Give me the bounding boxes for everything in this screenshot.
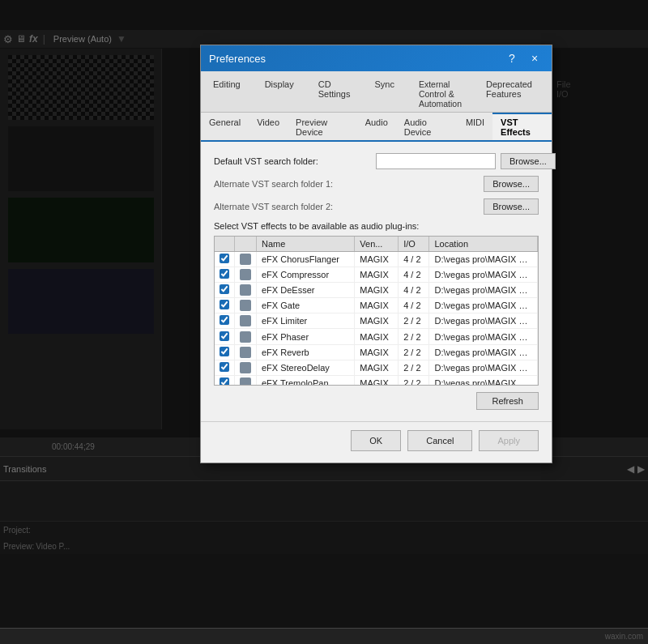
tab-audio[interactable]: Audio <box>357 114 396 140</box>
table-row: eFX Compressor MAGIX 4 / 2 D:\vegas pro\… <box>215 267 538 283</box>
row-icon-cell <box>235 298 257 313</box>
plugin-checkbox[interactable] <box>220 254 229 263</box>
table-row: eFX StereoDelay MAGIX 2 / 2 D:\vegas pro… <box>215 360 538 375</box>
titlebar-controls: ? × <box>503 49 544 67</box>
help-button[interactable]: ? <box>503 49 521 67</box>
vst-folder-row: Default VST search folder: Browse... <box>214 153 539 169</box>
row-vendor: MAGIX <box>355 344 399 360</box>
table-row: eFX Reverb MAGIX 2 / 2 D:\vegas pro\MAGI… <box>215 344 538 360</box>
col-location: Location <box>429 237 538 252</box>
vst-alt-folder2-label: Alternate VST search folder 2: <box>214 202 376 211</box>
tab-audio-device[interactable]: Audio Device <box>396 114 458 140</box>
table-row: eFX TremoloPan MAGIX 2 / 2 D:\vegas pro\… <box>215 375 538 386</box>
dialog-content: Default VST search folder: Browse... Alt… <box>201 142 552 421</box>
plugin-icon <box>240 362 251 373</box>
plugin-checkbox[interactable] <box>220 284 229 294</box>
col-icon <box>235 237 257 252</box>
row-checkbox-cell[interactable] <box>215 267 235 283</box>
row-checkbox-cell[interactable] <box>215 283 235 298</box>
apply-button[interactable]: Apply <box>479 430 539 451</box>
table-row: eFX Limiter MAGIX 2 / 2 D:\vegas pro\MAG… <box>215 313 538 329</box>
row-io: 2 / 2 <box>399 329 429 344</box>
plugin-table: Name Ven... I/O Location eFX ChorusFlang… <box>215 237 538 386</box>
row-io: 2 / 2 <box>399 313 429 329</box>
tab-general[interactable]: General <box>201 114 249 140</box>
preferences-dialog: Preferences ? × Editing Display CD Setti… <box>200 45 552 463</box>
row-name: eFX StereoDelay <box>257 360 355 375</box>
tabs-row1: Editing Display CD Settings Sync Externa… <box>201 71 552 113</box>
tab-display[interactable]: Display <box>253 75 306 113</box>
row-checkbox-cell[interactable] <box>215 375 235 386</box>
tab-external-control[interactable]: External Control & Automation <box>407 75 474 113</box>
table-header-row: Name Ven... I/O Location <box>215 237 538 252</box>
row-icon-cell <box>235 375 257 386</box>
row-icon-cell <box>235 329 257 344</box>
row-checkbox-cell[interactable] <box>215 298 235 313</box>
vst-folder-input[interactable] <box>376 153 496 169</box>
plugin-table-container[interactable]: Name Ven... I/O Location eFX ChorusFlang… <box>214 236 539 386</box>
plugin-icon <box>240 331 251 343</box>
plugin-icon <box>240 254 251 265</box>
dialog-title: Preferences <box>209 53 266 65</box>
titlebar-left: Preferences <box>209 53 266 65</box>
tab-editing[interactable]: Editing <box>201 75 253 113</box>
tab-file-io[interactable]: File I/O <box>544 75 583 113</box>
row-icon-cell <box>235 344 257 360</box>
row-icon-cell <box>235 313 257 329</box>
plugin-checkbox[interactable] <box>220 347 229 356</box>
row-checkbox-cell[interactable] <box>215 313 235 329</box>
row-location: D:\vegas pro\MAGIX Plugins\es <box>429 360 538 375</box>
col-checkbox <box>215 237 235 252</box>
row-vendor: MAGIX <box>355 267 399 283</box>
ok-button[interactable]: OK <box>351 430 401 451</box>
row-checkbox-cell[interactable] <box>215 360 235 375</box>
vst-alt-folder2-row: Alternate VST search folder 2: Browse... <box>214 198 539 215</box>
refresh-area: Refresh <box>214 392 539 410</box>
row-icon-cell <box>235 252 257 267</box>
row-name: eFX Gate <box>257 298 355 313</box>
row-location: D:\vegas pro\MAGIX Plugins\es <box>429 267 538 283</box>
row-name: eFX Reverb <box>257 344 355 360</box>
vst-alt-folder2-browse-button[interactable]: Browse... <box>484 198 539 215</box>
tab-sync[interactable]: Sync <box>362 75 406 113</box>
row-name: eFX Compressor <box>257 267 355 283</box>
row-checkbox-cell[interactable] <box>215 329 235 344</box>
plugin-checkbox[interactable] <box>220 269 229 279</box>
vst-folder-browse-button[interactable]: Browse... <box>501 153 556 169</box>
plugin-checkbox[interactable] <box>220 377 229 386</box>
row-vendor: MAGIX <box>355 375 399 386</box>
row-name: eFX TremoloPan <box>257 375 355 386</box>
row-vendor: MAGIX <box>355 298 399 313</box>
vst-alt-folder1-browse-button[interactable]: Browse... <box>484 176 539 192</box>
tab-cd-settings[interactable]: CD Settings <box>306 75 363 113</box>
row-checkbox-cell[interactable] <box>215 344 235 360</box>
row-io: 4 / 2 <box>399 267 429 283</box>
dialog-footer: OK Cancel Apply <box>201 421 552 463</box>
tab-video[interactable]: Video <box>249 114 288 140</box>
plugin-checkbox[interactable] <box>220 315 229 325</box>
row-name: eFX DeEsser <box>257 283 355 298</box>
plugin-section-label: Select VST effects to be available as au… <box>214 221 539 231</box>
row-icon-cell <box>235 360 257 375</box>
refresh-button[interactable]: Refresh <box>476 392 539 410</box>
plugin-checkbox[interactable] <box>220 362 229 372</box>
tab-midi[interactable]: MIDI <box>458 114 492 140</box>
row-io: 4 / 2 <box>399 252 429 267</box>
row-location: D:\vegas pro\MAGIX Plugins\es <box>429 375 538 386</box>
row-name: eFX Limiter <box>257 313 355 329</box>
close-button[interactable]: × <box>526 49 544 67</box>
row-vendor: MAGIX <box>355 252 399 267</box>
row-vendor: MAGIX <box>355 329 399 344</box>
plugin-checkbox[interactable] <box>220 300 229 309</box>
row-location: D:\vegas pro\MAGIX Plugins\es <box>429 344 538 360</box>
tab-preview-device[interactable]: Preview Device <box>288 114 357 140</box>
col-io: I/O <box>399 237 429 252</box>
dialog-titlebar: Preferences ? × <box>201 45 552 71</box>
tab-vst-effects[interactable]: VST Effects <box>492 113 552 140</box>
cancel-button[interactable]: Cancel <box>407 430 472 451</box>
tab-deprecated[interactable]: Deprecated Features <box>474 75 544 113</box>
row-checkbox-cell[interactable] <box>215 252 235 267</box>
col-name: Name <box>257 237 355 252</box>
plugin-checkbox[interactable] <box>220 331 229 341</box>
row-name: eFX ChorusFlanger <box>257 252 355 267</box>
